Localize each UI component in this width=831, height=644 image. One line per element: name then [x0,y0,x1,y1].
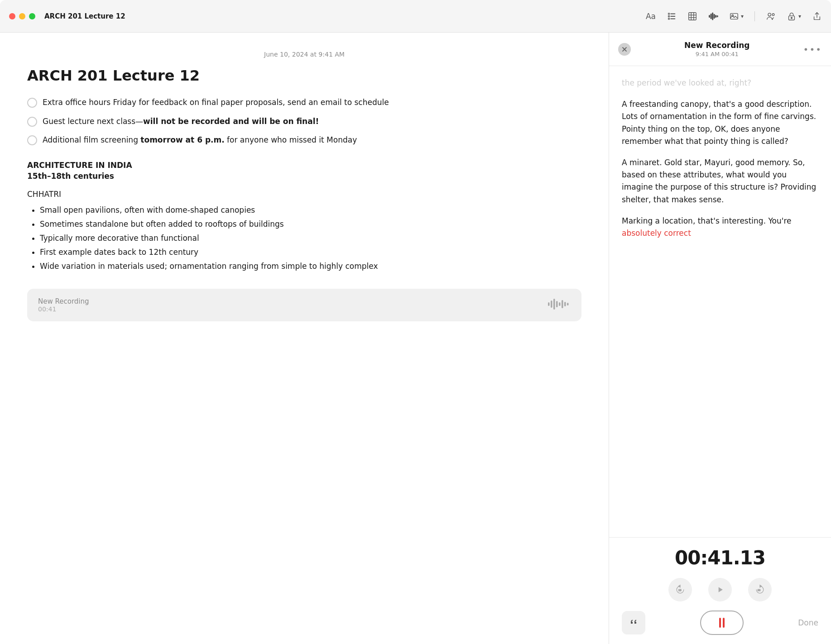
svg-rect-15 [716,15,716,17]
photo-button[interactable]: ▾ [729,11,744,21]
bullet-list: Small open pavilions, often with dome-sh… [27,204,581,273]
note-title: ARCH 201 Lecture 12 [27,67,581,84]
transcript-paragraph-2: A minaret. Gold star, Mayuri, good memor… [622,157,818,206]
recording-widget-time: 00:41 [38,305,89,313]
recording-panel: New Recording 9:41 AM 00:41 ••• the peri… [609,33,831,644]
checkbox-3[interactable] [27,135,37,145]
subsection-title: CHHATRI [27,190,581,199]
lock-icon [787,11,797,21]
svg-point-19 [768,13,771,16]
svg-text:15: 15 [678,589,682,592]
toolbar-divider [754,11,755,21]
list-item: Typically more decorative than functiona… [40,232,581,244]
main-content: June 10, 2024 at 9:41 AM ARCH 201 Lectur… [0,33,831,644]
checklist-text-3: Additional film screening tomorrow at 6 … [43,134,357,146]
pause-bars [719,618,725,628]
svg-rect-24 [551,301,552,308]
recording-timer: 00:41.13 [622,547,818,569]
list-item: First example dates back to 12th century [40,246,581,258]
font-button[interactable]: Aa [646,12,656,21]
transcript-paragraph-3: Marking a location, that's interesting. … [622,215,818,239]
notes-panel: June 10, 2024 at 9:41 AM ARCH 201 Lectur… [0,33,609,644]
bottom-controls: Done [622,611,818,635]
traffic-lights [9,13,35,19]
app-window: ARCH 201 Lecture 12 Aa [0,0,831,644]
svg-rect-17 [730,13,738,19]
window-title: ARCH 201 Lecture 12 [44,12,646,20]
table-icon [687,11,697,21]
svg-rect-26 [556,301,558,307]
share-icon [812,11,822,21]
recording-title-group: New Recording 9:41 AM 00:41 [636,41,798,57]
svg-text:30: 30 [758,589,761,592]
play-button[interactable] [708,578,732,601]
photo-icon [729,11,739,21]
svg-rect-0 [670,13,675,14]
svg-rect-25 [553,299,555,310]
waveform-button[interactable] [708,11,718,21]
share-button[interactable] [812,11,822,21]
title-bar: ARCH 201 Lecture 12 Aa [0,0,831,33]
svg-rect-3 [668,13,670,14]
svg-rect-1 [670,16,675,17]
svg-rect-28 [562,300,563,308]
recording-controls-area: 00:41.13 15 [609,537,831,644]
transcript-faded: the period we've looked at, right? [622,77,818,89]
close-icon [622,47,627,52]
playback-controls: 15 30 [622,578,818,601]
toolbar-controls: Aa [646,11,822,21]
checkbox-2[interactable] [27,117,37,127]
list-button[interactable] [667,11,677,21]
recording-widget-name: New Recording [38,297,89,305]
pause-bar-left [719,618,721,628]
checklist-item: Additional film screening tomorrow at 6 … [27,134,581,146]
svg-rect-14 [714,14,715,18]
pause-record-button[interactable] [700,611,744,635]
maximize-button[interactable] [29,13,35,19]
checkbox-1[interactable] [27,98,37,108]
more-options-button[interactable]: ••• [803,44,822,55]
checklist-item: Guest lecture next class—will not be rec… [27,116,581,128]
svg-rect-5 [668,18,670,19]
table-button[interactable] [687,11,697,21]
recording-widget[interactable]: New Recording 00:41 [27,289,581,321]
list-item: Wide variation in materials used; orname… [40,260,581,272]
checklist-item: Extra office hours Friday for feedback o… [27,97,581,109]
svg-rect-2 [670,18,675,19]
recording-timestamp: 9:41 AM 00:41 [636,51,798,57]
quote-button[interactable] [622,611,645,634]
svg-rect-27 [559,302,561,306]
close-button[interactable] [9,13,15,19]
svg-rect-16 [717,15,718,17]
recording-widget-info: New Recording 00:41 [38,297,89,313]
waveform-widget-icon [547,297,571,313]
skip-back-icon: 15 [674,584,686,596]
skip-forward-button[interactable]: 30 [748,578,772,601]
list-icon [667,11,677,21]
transcript-area: the period we've looked at, right? A fre… [609,66,831,537]
collaborate-button[interactable] [766,11,776,21]
list-item: Sometimes standalone but often added to … [40,218,581,230]
checklist-text-2: Guest lecture next class—will not be rec… [43,116,319,128]
close-recording-button[interactable] [618,43,631,56]
svg-rect-6 [689,12,697,20]
transcript-highlight: absolutely correct [622,229,691,238]
svg-rect-29 [564,302,566,306]
play-icon [716,585,725,594]
svg-point-20 [772,14,774,16]
collaborate-icon [766,11,776,21]
svg-point-22 [791,17,793,19]
svg-rect-23 [548,302,550,306]
list-item: Small open pavilions, often with dome-sh… [40,204,581,216]
minimize-button[interactable] [19,13,25,19]
lock-button[interactable]: ▾ [787,11,801,21]
svg-rect-13 [712,13,713,20]
note-date: June 10, 2024 at 9:41 AM [27,51,581,58]
section-heading: ARCHITECTURE IN INDIA [27,161,581,170]
svg-rect-12 [711,14,711,19]
skip-back-button[interactable]: 15 [668,578,692,601]
pause-bar-right [723,618,725,628]
recording-header: New Recording 9:41 AM 00:41 ••• [609,33,831,66]
done-button[interactable]: Done [798,618,818,627]
svg-rect-30 [567,303,569,305]
